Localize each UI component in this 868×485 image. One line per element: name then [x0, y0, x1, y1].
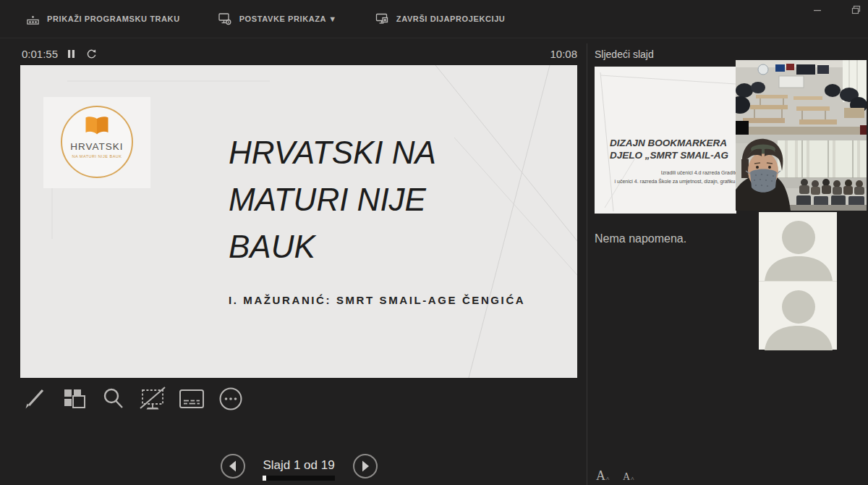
- restore-icon: [851, 4, 861, 17]
- slide-subtitle: I. MAŽURANIĆ: SMRT SMAIL-AGE ČENGIĆA: [229, 294, 561, 306]
- more-options-icon: [218, 386, 244, 415]
- next-slide-preview[interactable]: DIZAJN BOOKMARKERA DJELO „SMRT SMAIL-AG …: [595, 67, 736, 214]
- pen-icon: [22, 386, 48, 415]
- top-toolbar: PRIKAŽI PROGRAMSKU TRAKU POSTAVKE PRIKAZ…: [0, 0, 868, 38]
- show-taskbar-button[interactable]: PRIKAŽI PROGRAMSKU TRAKU: [22, 6, 184, 32]
- logo-title: HRVATSKI: [70, 141, 123, 152]
- preview-title-line2: DJELO „SMRT SMAIL-AG: [610, 149, 728, 161]
- preview-title-line1: DIZAJN BOOKMARKERA: [610, 137, 728, 149]
- restart-timer-button[interactable]: [84, 48, 98, 62]
- presenter-scene: [736, 135, 867, 211]
- logo-subtitle: NA MATURI NIJE BAUK: [72, 154, 122, 159]
- restart-timer-icon: [86, 48, 97, 62]
- zoom-icon: [101, 386, 127, 415]
- captions-button[interactable]: [176, 384, 206, 416]
- display-settings-button[interactable]: POSTAVKE PRIKAZA ▼: [213, 6, 341, 32]
- slide-counter: Slajd 1 od 19: [255, 458, 343, 473]
- decrease-text-size-button[interactable]: A ^: [618, 464, 638, 484]
- show-taskbar-label: PRIKAŽI PROGRAMSKU TRAKU: [47, 14, 180, 23]
- person-silhouette-icon: [759, 282, 837, 350]
- annotation-toolbar: [20, 384, 245, 416]
- slideshow-progress-bar: [263, 476, 335, 481]
- participant-list: [759, 212, 837, 350]
- preview-body-line1: Izradili učenici 4.d razreda Gradite: [615, 169, 736, 177]
- course-logo: HRVATSKI NA MATURI NIJE BAUK: [61, 106, 133, 178]
- panel-divider: [587, 43, 587, 485]
- pause-icon: [67, 48, 75, 62]
- preview-body-line2: i učenici 4. razreda Škole za umjetnost,…: [615, 177, 736, 186]
- captions-icon: [177, 386, 206, 415]
- current-slide-canvas[interactable]: HRVATSKI NA MATURI NIJE BAUK HRVATSKI NA…: [20, 65, 577, 378]
- zoom-tool-button[interactable]: [98, 384, 128, 416]
- previous-slide-icon: [220, 453, 246, 482]
- next-slide-button[interactable]: [352, 455, 378, 481]
- minimize-button[interactable]: [807, 1, 828, 20]
- taskbar-icon: [26, 12, 40, 26]
- avatar-placeholder[interactable]: [759, 281, 837, 350]
- progress-indicator: [263, 476, 266, 481]
- increase-text-letter: A: [596, 468, 605, 483]
- end-slideshow-label: ZAVRŠI DIJAPROJEKCIJU: [396, 14, 506, 23]
- next-slide-header: Sljedeći slajd: [595, 48, 654, 60]
- black-screen-button[interactable]: [137, 384, 167, 416]
- wall-clock: 10:08: [522, 48, 577, 60]
- minimize-icon: [813, 4, 822, 17]
- previous-slide-button[interactable]: [220, 455, 246, 481]
- presenter-view-window: PRIKAŽI PROGRAMSKU TRAKU POSTAVKE PRIKAZ…: [0, 0, 868, 485]
- pause-timer-button[interactable]: [64, 48, 78, 62]
- display-settings-label: POSTAVKE PRIKAZA ▼: [239, 14, 337, 23]
- more-options-button[interactable]: [216, 384, 245, 416]
- classroom-scene: [736, 60, 867, 135]
- classroom-camera-feed[interactable]: [736, 60, 867, 135]
- see-all-slides-icon: [61, 385, 88, 416]
- restore-window-button[interactable]: [845, 1, 867, 20]
- end-slideshow-button[interactable]: ZAVRŠI DIJAPROJEKCIJU: [370, 6, 510, 32]
- person-silhouette-icon: [759, 212, 837, 281]
- black-screen-icon: [138, 385, 167, 416]
- see-all-slides-button[interactable]: [59, 384, 89, 416]
- avatar-placeholder[interactable]: [759, 212, 837, 281]
- slide-title: HRVATSKI NA MATURI NIJE BAUK: [229, 129, 483, 270]
- notes-text: Nema napomena.: [595, 232, 686, 245]
- toolbar-divider: [0, 38, 868, 38]
- presenter-camera-feed[interactable]: [736, 135, 867, 211]
- display-settings-gear-icon: [218, 12, 232, 26]
- end-slideshow-monitor-x-icon: [375, 12, 389, 26]
- caret-up-icon: ^: [606, 476, 609, 483]
- open-book-icon: [83, 115, 111, 140]
- caret-down-icon: ^: [631, 476, 634, 483]
- elapsed-timer: 0:01:55: [22, 48, 58, 60]
- increase-text-size-button[interactable]: A ^: [592, 464, 613, 484]
- next-slide-icon: [352, 453, 378, 482]
- pen-tool-button[interactable]: [20, 384, 50, 416]
- decrease-text-letter: A: [623, 471, 630, 483]
